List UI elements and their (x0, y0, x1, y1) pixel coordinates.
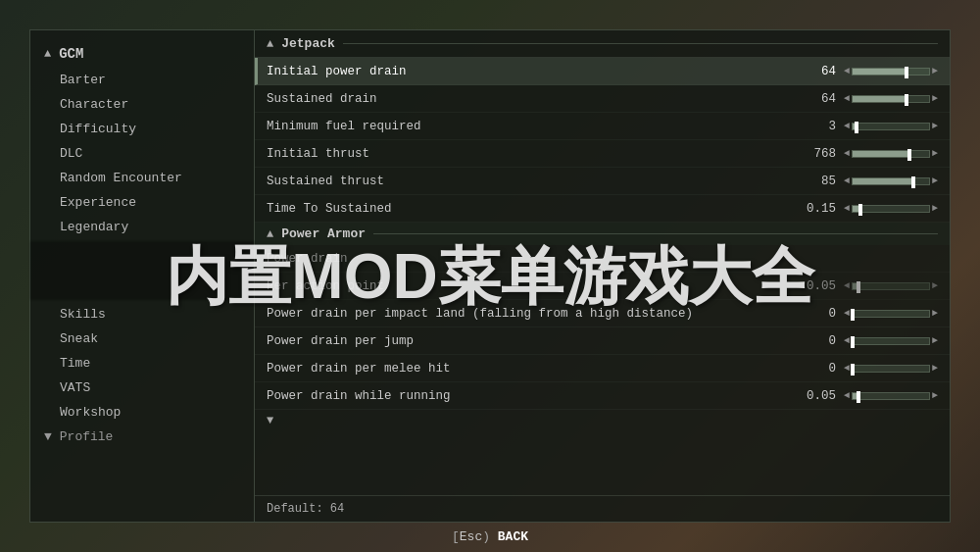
setting-value: 0.05 (797, 279, 836, 293)
setting-name: Power drain while running (267, 389, 797, 403)
slider-container[interactable]: ◄ ► (844, 308, 938, 319)
slider-bar[interactable] (852, 150, 930, 158)
sidebar-item-label: Time (60, 356, 90, 371)
slider-container[interactable]: ◄ ► (844, 93, 938, 104)
slider-right-arrow-icon: ► (932, 335, 938, 346)
slider-thumb (911, 176, 915, 188)
slider-thumb (851, 309, 855, 321)
setting-row-power-drain-impact[interactable]: Power drain per impact land (falling fro… (255, 300, 950, 327)
setting-name: Initial power drain (267, 65, 797, 78)
sidebar-item-difficulty[interactable]: Difficulty (30, 117, 254, 141)
slider-fill (853, 151, 910, 157)
slider-left-arrow-icon: ◄ (844, 93, 850, 104)
slider-container[interactable]: ◄ ► (844, 66, 938, 76)
sidebar-item-label: VATS (60, 380, 90, 395)
setting-row-power-drain-melee[interactable]: Power drain per melee hit 0 ◄ ► (255, 355, 950, 382)
setting-row-power-drain[interactable]: Power drain (255, 245, 950, 273)
slider-bar[interactable] (852, 123, 930, 130)
collapse-icon: ▼ (44, 429, 52, 444)
sidebar-item-label: Barter (60, 73, 106, 87)
right-panel: ▲ Jetpack Initial power drain 64 ◄ ► (255, 29, 951, 523)
slider-left-arrow-icon: ◄ (844, 176, 850, 186)
slider-container[interactable]: ◄ ► (844, 390, 938, 401)
back-label[interactable]: BACK (498, 529, 528, 544)
sidebar-item-label: Experience (60, 195, 136, 210)
slider-container[interactable]: ◄ ► (844, 280, 938, 291)
setting-row-initial-thrust[interactable]: Initial thrust 768 ◄ ► (255, 140, 950, 168)
slider-container[interactable]: ◄ ► (844, 176, 938, 186)
slider-left-arrow-icon: ◄ (844, 148, 850, 159)
setting-name: Power drain per impact land (falling fro… (267, 307, 797, 321)
setting-name: Sustained thrust (267, 175, 797, 188)
sidebar-item-skills[interactable]: Skills (30, 302, 254, 326)
bottom-nav: [Esc) BACK (452, 529, 528, 544)
slider-right-arrow-icon: ► (932, 121, 938, 131)
main-container: ▲ GCM Barter Character Difficulty DLC Ra… (29, 29, 951, 523)
sidebar-item-label: Legendary (60, 220, 128, 234)
sidebar-item-experience[interactable]: Experience (30, 190, 254, 215)
slider-container[interactable]: ◄ ► (844, 121, 938, 131)
sidebar-header-gcm[interactable]: ▲ GCM (30, 40, 254, 68)
slider-bar[interactable] (852, 337, 930, 345)
bracket-open: [ (452, 529, 460, 544)
setting-row-sustained-drain[interactable]: Sustained drain 64 ◄ ► (255, 85, 950, 113)
sidebar-item-label: Skills (60, 307, 106, 322)
sidebar-item-dlc[interactable]: DLC (30, 141, 254, 166)
sidebar-item-label: DLC (60, 146, 82, 161)
sidebar-item-random-encounter[interactable]: Random Encounter (30, 166, 254, 190)
slider-left-arrow-icon: ◄ (844, 66, 850, 76)
slider-bar[interactable] (852, 282, 930, 290)
slider-container[interactable]: ◄ ► (844, 203, 938, 214)
sidebar-item-sneak[interactable]: Sneak (30, 326, 254, 351)
sidebar-item-character[interactable]: Character (30, 92, 254, 117)
slider-right-arrow-icon: ► (932, 390, 938, 401)
slider-thumb (907, 149, 911, 161)
setting-value: 0.15 (797, 202, 836, 216)
slider-bar[interactable] (852, 392, 930, 400)
section-arrow-icon: ▲ (267, 227, 273, 241)
sidebar: ▲ GCM Barter Character Difficulty DLC Ra… (29, 29, 255, 523)
sidebar-item-legendary[interactable]: Legendary (30, 215, 254, 239)
setting-row-min-fuel[interactable]: Minimum fuel required 3 ◄ ► (255, 113, 950, 140)
slider-bar[interactable] (852, 177, 930, 185)
slider-bar[interactable] (852, 68, 930, 75)
slider-container[interactable]: ◄ ► (844, 363, 938, 374)
setting-name: Power drain (267, 252, 891, 266)
sidebar-footer-profile[interactable]: ▼ Profile (30, 425, 254, 449)
slider-bar[interactable] (852, 95, 930, 103)
setting-row-power-drain-jump[interactable]: Power drain per jump 0 ◄ ► (255, 327, 950, 355)
setting-name: Sustained drain (267, 92, 797, 106)
setting-name: Power drain per jump (267, 334, 797, 348)
section-collapse[interactable]: ▼ (255, 410, 950, 431)
setting-value: 3 (797, 120, 836, 133)
slider-right-arrow-icon: ► (932, 66, 938, 76)
sidebar-item-barter[interactable]: Barter (30, 68, 254, 92)
slider-thumb (857, 281, 860, 293)
section-power-armor-title: Power Armor (281, 226, 366, 241)
bracket-close: ) (482, 529, 490, 544)
slider-right-arrow-icon: ► (932, 176, 938, 186)
slider-bar[interactable] (852, 205, 930, 213)
slider-left-arrow-icon: ◄ (844, 363, 850, 374)
esc-key: Esc (460, 529, 482, 544)
slider-container[interactable]: ◄ ► (844, 148, 938, 159)
slider-left-arrow-icon: ◄ (844, 203, 850, 214)
sidebar-item-workshop[interactable]: Workshop (30, 400, 254, 425)
slider-container[interactable]: ◄ ► (844, 335, 938, 346)
setting-row-time-to-sustained[interactable]: Time To Sustained 0.15 ◄ ► (255, 195, 950, 223)
setting-name: Power drain per melee hit (267, 362, 797, 376)
slider-bar[interactable] (852, 365, 930, 373)
slider-thumb (851, 336, 855, 348)
setting-row-power-drain-running[interactable]: Power drain while running 0.05 ◄ ► (255, 382, 950, 410)
setting-row-initial-power-drain[interactable]: Initial power drain 64 ◄ ► (255, 58, 950, 85)
setting-name: Minimum fuel required (267, 120, 797, 133)
sidebar-item-time[interactable]: Time (30, 351, 254, 376)
setting-value: 0 (797, 334, 836, 348)
settings-list: Initial power drain 64 ◄ ► Sustained dra… (255, 58, 950, 495)
sidebar-item-vats[interactable]: VATS (30, 376, 254, 400)
slider-left-arrow-icon: ◄ (844, 280, 850, 291)
setting-row-per-action-point[interactable]: Per action point 0.05 ◄ ► (255, 273, 950, 300)
setting-row-sustained-thrust[interactable]: Sustained thrust 85 ◄ ► (255, 168, 950, 195)
slider-left-arrow-icon: ◄ (844, 121, 850, 131)
slider-bar[interactable] (852, 310, 930, 318)
